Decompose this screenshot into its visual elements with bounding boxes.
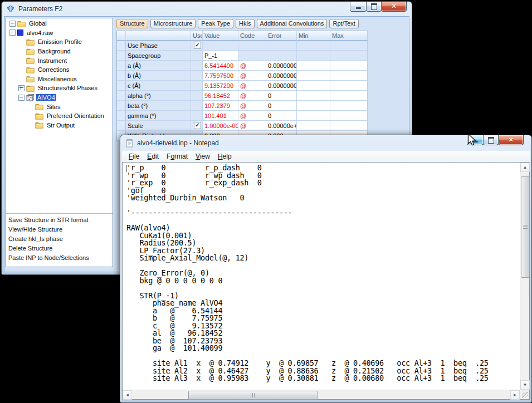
tree-item-label[interactable]: AlVO4 xyxy=(36,94,56,101)
cell-use[interactable] xyxy=(191,81,203,91)
expand-icon[interactable] xyxy=(9,21,16,27)
tab-additional-convolutions[interactable]: Additional Convolutions xyxy=(257,19,328,28)
scroll-right-button[interactable]: ► xyxy=(510,390,520,400)
vertical-scroll-thumb[interactable] xyxy=(521,176,530,278)
row-selector[interactable] xyxy=(117,111,126,121)
resize-grip-icon[interactable] xyxy=(522,392,528,398)
menu-help[interactable]: Help xyxy=(214,151,236,161)
expand-icon[interactable] xyxy=(18,85,25,91)
tree-item-label[interactable]: Structures/hkl Phases xyxy=(37,85,99,91)
cell-code[interactable]: @ xyxy=(238,71,266,81)
use-checkbox[interactable]: ✓ xyxy=(194,42,201,49)
cell-min[interactable] xyxy=(297,81,330,91)
column-header-value[interactable]: Value xyxy=(203,31,238,41)
parameters-titlebar[interactable]: Parameters F2 ✕ xyxy=(2,2,412,16)
cell-code[interactable]: @ xyxy=(238,81,266,91)
tree-item-label[interactable]: Miscellaneous xyxy=(37,76,78,82)
tab-microstructure[interactable]: Microstructure xyxy=(150,19,196,28)
column-header-blank[interactable] xyxy=(126,31,191,41)
cell-use[interactable]: ✓ xyxy=(191,121,203,131)
cell-min[interactable] xyxy=(297,71,330,81)
column-header-error[interactable]: Error xyxy=(266,31,297,41)
tree-item-label[interactable]: Emission Profile xyxy=(37,38,83,45)
tree-item-sites[interactable]: Sites xyxy=(6,102,113,111)
cell-code[interactable]: @ xyxy=(238,101,266,111)
action-save-structure-in-str-format[interactable]: Save Structure in STR format xyxy=(8,215,113,225)
row-selector[interactable] xyxy=(117,51,126,61)
parameters-close-button[interactable]: ✕ xyxy=(381,2,407,12)
cell-use[interactable] xyxy=(191,51,203,61)
column-header-use[interactable]: Use xyxy=(191,31,203,41)
cell-code[interactable]: @ xyxy=(238,61,266,71)
cell-use[interactable] xyxy=(191,71,203,81)
horizontal-scrollbar[interactable]: ◄ ► xyxy=(123,390,520,399)
tree-item-label[interactable]: alvo4.raw xyxy=(26,30,54,36)
cell-error[interactable]: 0.0000000 xyxy=(266,71,297,81)
menu-edit[interactable]: Edit xyxy=(143,151,163,161)
cell-error[interactable]: 0 xyxy=(266,101,297,111)
tree-item-label[interactable]: Preferred Orientation xyxy=(46,112,105,119)
cell-max[interactable] xyxy=(330,61,368,71)
tree-item-emission-profile[interactable]: Emission Profile xyxy=(6,37,113,47)
action-view-hide-structure[interactable]: View/Hide Structure xyxy=(8,225,113,234)
notepad-close-button[interactable]: ✕ xyxy=(498,135,524,145)
tree-item-label[interactable]: Background xyxy=(37,48,72,55)
tree-item-miscellaneous[interactable]: Miscellaneous xyxy=(6,75,113,84)
cell-value[interactable]: 7.7597500 xyxy=(203,71,238,81)
collapse-icon[interactable] xyxy=(9,30,16,36)
action-paste-inp-to-node-selections[interactable]: Paste INP to Node/Selections xyxy=(8,253,113,263)
cell-use[interactable] xyxy=(191,91,203,101)
column-header-code[interactable]: Code xyxy=(238,31,266,41)
action-delete-structure[interactable]: Delete Structure xyxy=(8,244,113,253)
column-header-max[interactable]: Max xyxy=(330,31,368,41)
column-header-blank[interactable] xyxy=(117,31,126,41)
row-selector[interactable] xyxy=(117,121,126,131)
tree-item-preferred-orientation[interactable]: Preferred Orientation xyxy=(6,111,113,121)
row-selector[interactable] xyxy=(117,41,126,51)
tab-rpt-text[interactable]: Rpt/Text xyxy=(329,19,358,28)
vertical-scrollbar[interactable]: ▲ ▼ xyxy=(520,163,529,390)
cell-value[interactable]: 1.00000e-00 xyxy=(203,121,238,131)
tree-item-instrument[interactable]: Instrument xyxy=(6,56,113,65)
parameters-minimize-button[interactable] xyxy=(350,2,367,12)
cell-use[interactable] xyxy=(191,111,203,121)
cell-value[interactable]: 101.401 xyxy=(203,111,238,121)
cell-min[interactable] xyxy=(297,111,330,121)
tree-item-label[interactable]: Instrument xyxy=(37,57,68,64)
cell-error[interactable]: 0 xyxy=(266,91,297,101)
menu-format[interactable]: Format xyxy=(163,151,192,161)
menu-view[interactable]: View xyxy=(192,151,214,161)
cell-code[interactable]: @ xyxy=(238,121,266,131)
horizontal-scroll-thumb[interactable] xyxy=(188,391,318,400)
use-checkbox[interactable]: ✓ xyxy=(194,122,201,129)
tree-item-label[interactable]: Str Output xyxy=(46,122,76,129)
cell-code[interactable]: @ xyxy=(238,91,266,101)
cell-max[interactable] xyxy=(330,91,368,101)
cell-value[interactable]: 96.18452 xyxy=(203,91,238,101)
tree-item-alvo4-raw[interactable]: alvo4.raw xyxy=(6,28,113,38)
cell-value[interactable]: 9.1357200 xyxy=(203,81,238,91)
cell-code[interactable]: @ xyxy=(238,111,266,121)
cell-max[interactable] xyxy=(330,101,368,111)
notepad-maximize-button[interactable] xyxy=(483,135,499,145)
tab-hkls[interactable]: Hkls xyxy=(236,19,254,28)
cell-max[interactable] xyxy=(330,111,368,121)
tree-item-structures-hkl-phases[interactable]: Structures/hkl Phases xyxy=(6,83,113,93)
cell-error[interactable]: 0 xyxy=(266,111,297,121)
notepad-titlebar[interactable]: alvo4-rietveld.inp - Notepad ✕ xyxy=(120,135,531,151)
cell-value[interactable]: 107.2379 xyxy=(203,101,238,111)
row-selector[interactable] xyxy=(117,101,126,111)
scroll-up-button[interactable]: ▲ xyxy=(520,163,530,172)
tab-peak-type[interactable]: Peak Type xyxy=(198,19,233,28)
tree-item-background[interactable]: Background xyxy=(6,47,113,56)
tree-item-global[interactable]: Global xyxy=(6,19,113,28)
tree-item-label[interactable]: Corrections xyxy=(37,66,70,73)
notepad-minimize-button[interactable] xyxy=(467,135,484,145)
scroll-left-button[interactable]: ◄ xyxy=(123,390,132,400)
cell-max[interactable] xyxy=(330,81,368,91)
cell-use[interactable]: ✓ xyxy=(191,41,203,51)
tree-item-label[interactable]: Sites xyxy=(46,104,61,110)
row-selector[interactable] xyxy=(117,71,126,81)
cell-min[interactable] xyxy=(297,91,330,101)
cell-error[interactable]: 0.0000000 xyxy=(266,81,297,91)
